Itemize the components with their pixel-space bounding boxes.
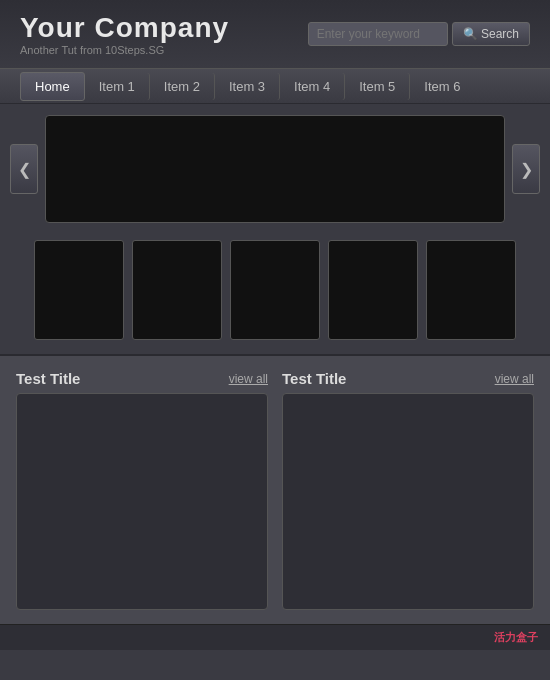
search-area: 🔍 Search [308, 22, 530, 46]
tagline: Another Tut from 10Steps.SG [20, 44, 229, 56]
nav-item-6[interactable]: Item 6 [410, 73, 474, 100]
nav-item-3[interactable]: Item 3 [215, 73, 280, 100]
nav-item-1[interactable]: Item 1 [85, 73, 150, 100]
content-section: Test Title view all Test Title view all [0, 354, 550, 624]
chevron-left-icon: ❮ [18, 160, 31, 179]
footer-badge: 活力盒子 [494, 630, 538, 645]
thumbnails-section [0, 234, 550, 354]
header: Your Company Another Tut from 10Steps.SG… [0, 0, 550, 68]
left-content-box [16, 393, 268, 610]
nav: Home Item 1 Item 2 Item 3 Item 4 Item 5 … [0, 68, 550, 104]
footer: 活力盒子 [0, 624, 550, 650]
left-view-all-link[interactable]: view all [229, 372, 268, 386]
right-panel-title: Test Title [282, 370, 346, 387]
nav-item-5[interactable]: Item 5 [345, 73, 410, 100]
slider-track [45, 115, 505, 223]
nav-item-2[interactable]: Item 2 [150, 73, 215, 100]
search-button[interactable]: 🔍 Search [452, 22, 530, 46]
thumbnail-3[interactable] [230, 240, 320, 340]
left-panel-header: Test Title view all [16, 370, 268, 387]
search-input[interactable] [308, 22, 448, 46]
thumbnail-4[interactable] [328, 240, 418, 340]
thumbnail-5[interactable] [426, 240, 516, 340]
left-panel-title: Test Title [16, 370, 80, 387]
nav-item-4[interactable]: Item 4 [280, 73, 345, 100]
slider-prev-button[interactable]: ❮ [10, 144, 38, 194]
chevron-right-icon: ❯ [520, 160, 533, 179]
logo-area: Your Company Another Tut from 10Steps.SG [20, 12, 229, 56]
search-icon: 🔍 [463, 27, 478, 41]
thumbnail-2[interactable] [132, 240, 222, 340]
company-name: Your Company [20, 12, 229, 44]
right-content-panel: Test Title view all [282, 370, 534, 610]
slider-section: ❮ ❯ [0, 104, 550, 234]
thumbnail-1[interactable] [34, 240, 124, 340]
nav-item-home[interactable]: Home [20, 72, 85, 101]
right-view-all-link[interactable]: view all [495, 372, 534, 386]
left-content-panel: Test Title view all [16, 370, 268, 610]
right-content-box [282, 393, 534, 610]
search-button-label: Search [481, 27, 519, 41]
right-panel-header: Test Title view all [282, 370, 534, 387]
slider-next-button[interactable]: ❯ [512, 144, 540, 194]
